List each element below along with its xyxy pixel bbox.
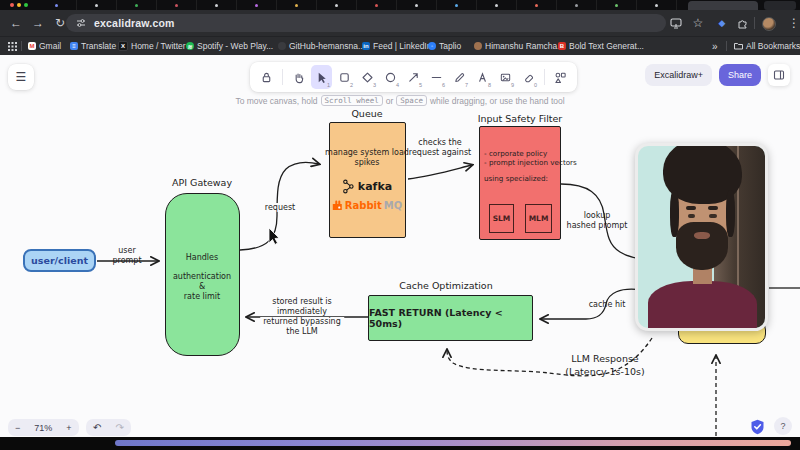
- diamond-tool[interactable]: 3: [357, 65, 378, 89]
- arrow-queue-to-filter[interactable]: [408, 165, 472, 179]
- label-stored[interactable]: the LLM: [283, 327, 321, 336]
- browser-tab[interactable]: [356, 0, 397, 10]
- label-request[interactable]: request: [263, 203, 297, 212]
- bookmark-github[interactable]: GitHub-hemansna...: [278, 37, 365, 55]
- selection-tool[interactable]: 1: [311, 65, 332, 89]
- label-cache-hit[interactable]: cache hit: [589, 300, 626, 309]
- browser-tab[interactable]: [516, 0, 557, 10]
- back-icon[interactable]: ←: [8, 10, 24, 36]
- bookmark-twitter[interactable]: X Home / Twitter: [118, 37, 186, 55]
- maximize-window-icon[interactable]: [24, 3, 28, 7]
- input-filter-title[interactable]: Input Safety Filter: [478, 113, 563, 124]
- node-user-client[interactable]: user/client: [23, 249, 96, 272]
- bookmark-taplio[interactable]: ◦ Taplio: [428, 37, 461, 55]
- encryption-shield-icon[interactable]: [750, 419, 765, 435]
- excalidraw-plus-button[interactable]: Excalidraw+: [645, 64, 712, 86]
- browser-tab[interactable]: [36, 0, 77, 10]
- label-user-prompt[interactable]: user: [118, 246, 135, 255]
- profile-avatar[interactable]: [762, 17, 776, 31]
- queue-text[interactable]: manage system load: [325, 148, 409, 157]
- browser-tab[interactable]: [396, 0, 437, 10]
- label-stored[interactable]: stored result is: [269, 297, 334, 306]
- browser-tab[interactable]: [596, 0, 637, 10]
- help-button[interactable]: ?: [774, 417, 792, 435]
- bookmark-linkedin[interactable]: in Feed | LinkedIn: [362, 37, 431, 55]
- library-toggle-button[interactable]: [768, 64, 790, 86]
- close-window-icon[interactable]: [10, 3, 14, 7]
- image-tool[interactable]: 9: [495, 65, 516, 89]
- browser-tab[interactable]: [276, 0, 317, 10]
- bookmark-gmail[interactable]: M Gmail: [28, 37, 61, 55]
- label-user-prompt[interactable]: prompt: [112, 256, 141, 265]
- lock-tool[interactable]: [256, 65, 277, 89]
- rectangle-tool[interactable]: 2: [334, 65, 355, 89]
- input-filter-text[interactable]: using specialized:: [484, 174, 548, 183]
- browser-tab[interactable]: [76, 0, 117, 10]
- minimize-window-icon[interactable]: [17, 3, 21, 7]
- queue-title[interactable]: Queue: [351, 108, 382, 119]
- input-filter-text[interactable]: - corporate policy: [484, 149, 547, 158]
- text-tool[interactable]: 8: [472, 65, 493, 89]
- zoom-out-button[interactable]: −: [8, 423, 27, 433]
- queue-text[interactable]: spikes: [355, 158, 380, 167]
- node-slm[interactable]: SLM: [489, 204, 514, 233]
- site-settings-icon[interactable]: [76, 18, 86, 28]
- node-mlm[interactable]: MLM: [525, 204, 552, 233]
- browser-tab[interactable]: [316, 0, 357, 10]
- label-llm-response[interactable]: (Latency 1s-10s): [565, 366, 644, 377]
- undo-button[interactable]: ↶: [86, 422, 108, 433]
- eraser-tool[interactable]: 0: [518, 65, 539, 89]
- api-gateway-text[interactable]: rate limit: [184, 292, 220, 301]
- input-filter-text[interactable]: - prompt injection vectors: [484, 158, 577, 167]
- bookmark-himanshu[interactable]: Himanshu Ramcha...: [474, 37, 564, 55]
- more-tools[interactable]: [550, 65, 571, 89]
- bookmark-bold-text[interactable]: B Bold Text Generat...: [558, 37, 644, 55]
- zoom-level[interactable]: 71%: [27, 423, 59, 433]
- forward-icon[interactable]: →: [30, 10, 46, 36]
- line-tool[interactable]: 6: [426, 65, 447, 89]
- browser-menu-icon[interactable]: ⋮: [786, 10, 800, 36]
- bookmark-translate[interactable]: ≡ Translate: [70, 37, 116, 55]
- api-gateway-text[interactable]: Handles: [186, 253, 218, 262]
- new-tab-button[interactable]: [764, 1, 796, 10]
- browser-tab[interactable]: [116, 0, 157, 10]
- all-bookmarks[interactable]: All Bookmarks: [734, 37, 800, 55]
- label-checks[interactable]: request against: [409, 148, 471, 157]
- browser-tab[interactable]: [156, 0, 197, 10]
- label-stored[interactable]: returned bypassing: [260, 317, 344, 326]
- api-gateway-text[interactable]: authentication: [173, 272, 231, 281]
- send-to-device-icon[interactable]: [670, 18, 682, 29]
- browser-tab[interactable]: [436, 0, 477, 10]
- label-lookup[interactable]: lookup: [584, 211, 611, 220]
- cache-title[interactable]: Cache Optimization: [399, 280, 492, 291]
- api-gateway-text[interactable]: &: [199, 282, 205, 291]
- hand-tool[interactable]: [288, 65, 309, 89]
- browser-tab[interactable]: [236, 0, 277, 10]
- label-llm-response[interactable]: LLM Response: [571, 353, 638, 364]
- bookmarks-overflow-chevron[interactable]: »: [712, 37, 718, 55]
- label-stored[interactable]: immediately: [274, 307, 330, 316]
- extensions-puzzle-icon[interactable]: [737, 18, 748, 29]
- browser-tab[interactable]: [636, 0, 677, 10]
- gem-extension-icon[interactable]: ◆: [714, 10, 730, 36]
- browser-tab[interactable]: [196, 0, 237, 10]
- label-lookup[interactable]: hashed prompt: [567, 221, 628, 230]
- redo-button[interactable]: ↷: [108, 422, 130, 433]
- zoom-in-button[interactable]: +: [59, 423, 78, 433]
- browser-tab-active[interactable]: [688, 1, 758, 10]
- node-cache-optimization[interactable]: FAST RETURN (Latency < 50ms): [368, 295, 533, 341]
- label-checks[interactable]: checks the: [418, 138, 461, 147]
- share-button[interactable]: Share: [719, 64, 761, 86]
- api-gateway-title[interactable]: API Gateway: [172, 177, 232, 188]
- kafka-logo[interactable]: kafka: [342, 179, 392, 194]
- bookmark-star-icon[interactable]: ☆: [690, 10, 706, 36]
- browser-tab[interactable]: [556, 0, 597, 10]
- draw-tool[interactable]: 7: [449, 65, 470, 89]
- apps-grid-icon[interactable]: [8, 42, 17, 51]
- ellipse-tool[interactable]: 4: [380, 65, 401, 89]
- browser-tab[interactable]: [476, 0, 517, 10]
- rabbitmq-logo[interactable]: RabbitMQ: [332, 200, 402, 211]
- arrow-tool[interactable]: 5: [403, 65, 424, 89]
- address-bar[interactable]: excalidraw.com: [66, 14, 666, 32]
- app-menu-button[interactable]: ☰: [8, 64, 34, 90]
